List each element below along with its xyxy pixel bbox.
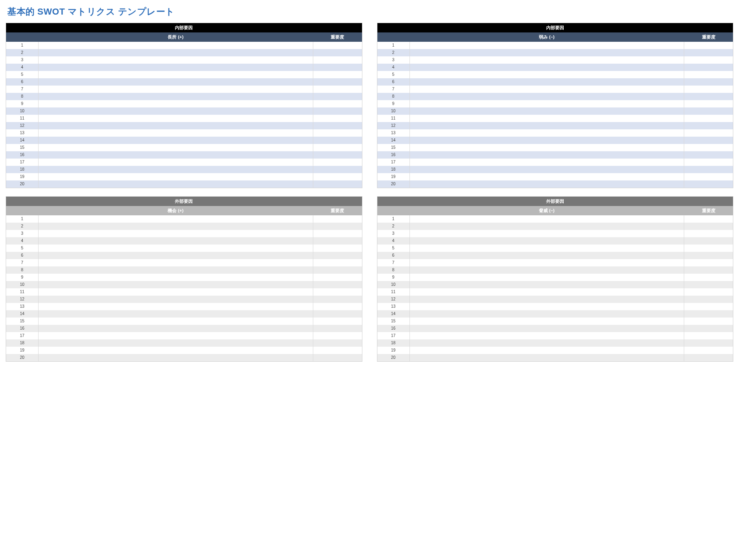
importance-cell[interactable] [684,93,733,100]
importance-cell[interactable] [684,339,733,347]
importance-cell[interactable] [313,151,362,159]
description-cell[interactable] [410,281,685,288]
importance-cell[interactable] [684,281,733,288]
description-cell[interactable] [410,318,685,325]
importance-cell[interactable] [684,296,733,303]
description-cell[interactable] [39,288,313,296]
importance-cell[interactable] [313,237,362,245]
description-cell[interactable] [39,100,313,107]
description-cell[interactable] [410,245,685,252]
importance-cell[interactable] [313,318,362,325]
importance-cell[interactable] [313,296,362,303]
importance-cell[interactable] [313,166,362,173]
importance-cell[interactable] [684,49,733,56]
description-cell[interactable] [410,252,685,259]
importance-cell[interactable] [684,237,733,245]
importance-cell[interactable] [313,49,362,56]
description-cell[interactable] [39,71,313,78]
description-cell[interactable] [39,122,313,129]
importance-cell[interactable] [313,71,362,78]
description-cell[interactable] [39,107,313,115]
importance-cell[interactable] [313,56,362,64]
description-cell[interactable] [39,259,313,266]
importance-cell[interactable] [684,288,733,296]
description-cell[interactable] [410,159,685,166]
importance-cell[interactable] [684,115,733,122]
importance-cell[interactable] [684,122,733,129]
importance-cell[interactable] [684,252,733,259]
importance-cell[interactable] [684,144,733,151]
description-cell[interactable] [39,64,313,71]
description-cell[interactable] [410,122,685,129]
description-cell[interactable] [410,42,685,49]
description-cell[interactable] [39,56,313,64]
description-cell[interactable] [410,100,685,107]
importance-cell[interactable] [313,173,362,180]
description-cell[interactable] [410,173,685,180]
description-cell[interactable] [410,49,685,56]
importance-cell[interactable] [684,354,733,361]
importance-cell[interactable] [684,245,733,252]
importance-cell[interactable] [313,93,362,100]
description-cell[interactable] [410,296,685,303]
importance-cell[interactable] [684,332,733,339]
importance-cell[interactable] [313,354,362,361]
description-cell[interactable] [410,339,685,347]
description-cell[interactable] [39,325,313,332]
description-cell[interactable] [39,115,313,122]
importance-cell[interactable] [684,266,733,274]
importance-cell[interactable] [313,144,362,151]
importance-cell[interactable] [684,259,733,266]
description-cell[interactable] [410,215,685,223]
importance-cell[interactable] [684,215,733,223]
description-cell[interactable] [39,274,313,281]
importance-cell[interactable] [313,252,362,259]
description-cell[interactable] [410,151,685,159]
description-cell[interactable] [410,166,685,173]
description-cell[interactable] [39,180,313,188]
description-cell[interactable] [39,129,313,137]
importance-cell[interactable] [684,318,733,325]
importance-cell[interactable] [684,159,733,166]
description-cell[interactable] [410,354,685,361]
description-cell[interactable] [39,252,313,259]
importance-cell[interactable] [313,107,362,115]
importance-cell[interactable] [684,230,733,237]
importance-cell[interactable] [313,86,362,93]
importance-cell[interactable] [313,42,362,49]
description-cell[interactable] [410,71,685,78]
importance-cell[interactable] [313,129,362,137]
description-cell[interactable] [39,215,313,223]
importance-cell[interactable] [684,166,733,173]
importance-cell[interactable] [313,288,362,296]
description-cell[interactable] [39,86,313,93]
description-cell[interactable] [39,151,313,159]
description-cell[interactable] [39,303,313,310]
description-cell[interactable] [410,310,685,318]
description-cell[interactable] [410,237,685,245]
description-cell[interactable] [39,159,313,166]
importance-cell[interactable] [313,332,362,339]
importance-cell[interactable] [313,347,362,354]
description-cell[interactable] [410,129,685,137]
importance-cell[interactable] [313,325,362,332]
importance-cell[interactable] [684,56,733,64]
description-cell[interactable] [39,93,313,100]
description-cell[interactable] [39,49,313,56]
description-cell[interactable] [410,223,685,230]
importance-cell[interactable] [313,223,362,230]
importance-cell[interactable] [313,215,362,223]
description-cell[interactable] [39,281,313,288]
description-cell[interactable] [410,230,685,237]
importance-cell[interactable] [313,303,362,310]
description-cell[interactable] [410,259,685,266]
description-cell[interactable] [410,93,685,100]
importance-cell[interactable] [684,137,733,144]
importance-cell[interactable] [313,274,362,281]
description-cell[interactable] [410,115,685,122]
importance-cell[interactable] [684,100,733,107]
importance-cell[interactable] [313,100,362,107]
description-cell[interactable] [410,347,685,354]
importance-cell[interactable] [684,223,733,230]
description-cell[interactable] [39,266,313,274]
